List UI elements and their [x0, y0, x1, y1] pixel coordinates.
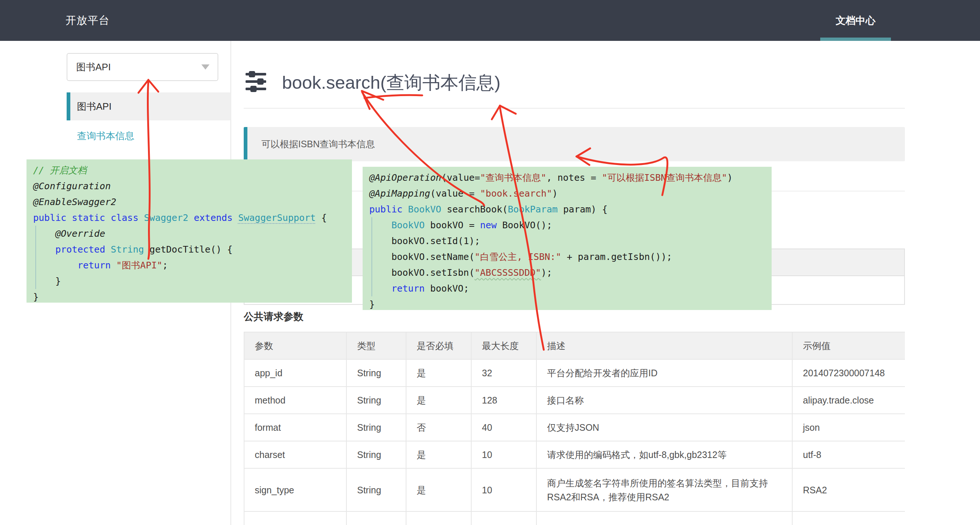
sliders-icon [245, 71, 267, 92]
params-table-wrap: 参数类型是否必填最大长度描述示例值app_idString是32平台分配给开发者… [244, 332, 905, 525]
table-cell: 接口名称 [536, 387, 792, 414]
table-cell: 平台分配给开发者的应用ID [536, 360, 792, 387]
code-line: @Configuration [33, 178, 352, 194]
code-snippet-swagger-config: // 开启文档@Configuration@EnableSwagger2publ… [27, 159, 352, 302]
table-cell [536, 511, 792, 525]
table-cell: 32 [471, 360, 536, 387]
table-cell: 是 [406, 360, 471, 387]
sidebar-item-book-api[interactable]: 图书API [67, 92, 231, 120]
code-line: return "图书API"; [33, 257, 352, 273]
code-line: public BookVO searchBook(BookParam param… [369, 201, 772, 217]
code-line: @ApiOperation(value="查询书本信息", notes = "可… [369, 170, 772, 186]
code-line: bookVO.setName("白雪公主, ISBN:" + param.get… [369, 249, 772, 265]
app-title: 开放平台 [65, 0, 110, 41]
table-cell [244, 511, 347, 525]
code-line: } [369, 296, 772, 312]
page: 开放平台 文档中心 图书API 图书API 查询书本信息 book.search… [0, 0, 980, 525]
table-cell: 是 [406, 468, 471, 511]
table-cell: String [347, 441, 406, 468]
top-navbar: 开放平台 文档中心 [0, 0, 980, 41]
sidebar-link-query-book[interactable]: 查询书本信息 [77, 130, 134, 143]
column-header: 类型 [347, 332, 406, 360]
column-header: 参数 [244, 332, 347, 360]
table-row: charsetString是10请求使用的编码格式，如utf-8,gbk,gb2… [244, 441, 905, 468]
table-cell: RSA2 [792, 468, 905, 511]
api-note-text: 可以根据ISBN查询书本信息 [261, 127, 375, 161]
table-cell: sign_type [244, 468, 347, 511]
table-cell: utf-8 [792, 441, 905, 468]
page-title: book.search(查询书本信息) [282, 71, 501, 95]
code-line: bookVO.setIsbn("ABCSSSSDDD"); [369, 265, 772, 280]
table-cell: method [244, 387, 347, 414]
dropdown-selected-value: 图书API [76, 54, 111, 80]
sidebar-item-label: 图书API [77, 92, 111, 120]
table-row [244, 511, 905, 525]
title-underline-stroke [364, 95, 422, 98]
table-cell: 40 [471, 414, 536, 441]
table-cell [347, 511, 406, 525]
code-line: BookVO bookVO = new BookVO(); [369, 217, 772, 233]
table-row: sign_typeString是10商户生成签名字符串所使用的签名算法类型，目前… [244, 468, 905, 511]
code-line: bookVO.setId(1); [369, 233, 772, 249]
table-cell: 10 [471, 441, 536, 468]
table-cell: String [347, 414, 406, 441]
code-line: protected String getDocTitle() { [33, 242, 352, 257]
code-line: } [33, 289, 352, 305]
active-tab-underline [820, 38, 891, 41]
table-cell: 仅支持JSON [536, 414, 792, 441]
column-header: 最大长度 [471, 332, 536, 360]
column-header: 是否必填 [406, 332, 471, 360]
params-table: 参数类型是否必填最大长度描述示例值app_idString是32平台分配给开发者… [244, 332, 905, 525]
code-line: return bookVO; [369, 280, 772, 296]
section-heading-common-params: 公共请求参数 [244, 310, 303, 323]
title-divider [244, 108, 905, 108]
code-line: public static class Swagger2 extends Swa… [33, 210, 352, 226]
table-cell: 请求使用的编码格式，如utf-8,gbk,gb2312等 [536, 441, 792, 468]
caret-down-icon [201, 64, 210, 70]
table-row: formatString否40仅支持JSONjson [244, 414, 905, 441]
code-line: } [33, 273, 352, 289]
table-cell: 是 [406, 441, 471, 468]
code-line: // 开启文档 [33, 162, 352, 178]
code-line: @EnableSwagger2 [33, 194, 352, 210]
table-row: app_idString是32平台分配给开发者的应用ID201407230000… [244, 360, 905, 387]
table-row: methodString是128接口名称alipay.trade.close [244, 387, 905, 414]
column-header: 描述 [536, 332, 792, 360]
table-cell: 10 [471, 468, 536, 511]
table-cell: json [792, 414, 905, 441]
table-cell: 128 [471, 387, 536, 414]
table-cell: alipay.trade.close [792, 387, 905, 414]
table-cell: 2014072300007148 [792, 360, 905, 387]
table-cell [792, 511, 905, 525]
api-group-dropdown[interactable]: 图书API [67, 53, 218, 81]
table-cell [471, 511, 536, 525]
code-snippet-search-method: @ApiOperation(value="查询书本信息", notes = "可… [363, 167, 772, 310]
api-note-box: 可以根据ISBN查询书本信息 [244, 127, 905, 161]
column-header: 示例值 [792, 332, 905, 360]
table-cell: 商户生成签名字符串所使用的签名算法类型，目前支持RSA2和RSA，推荐使用RSA… [536, 468, 792, 511]
indent-guide [35, 226, 36, 289]
table-cell: String [347, 360, 406, 387]
code-line: @Override [33, 226, 352, 242]
table-cell [406, 511, 471, 525]
tab-doc-center[interactable]: 文档中心 [820, 0, 891, 41]
table-cell: charset [244, 441, 347, 468]
table-cell: app_id [244, 360, 347, 387]
table-cell: String [347, 387, 406, 414]
table-cell: 否 [406, 414, 471, 441]
table-cell: String [347, 468, 406, 511]
indent-guide [371, 217, 372, 296]
table-cell: format [244, 414, 347, 441]
table-cell: 是 [406, 387, 471, 414]
code-line: @ApiMapping(value = "book.search") [369, 186, 772, 201]
